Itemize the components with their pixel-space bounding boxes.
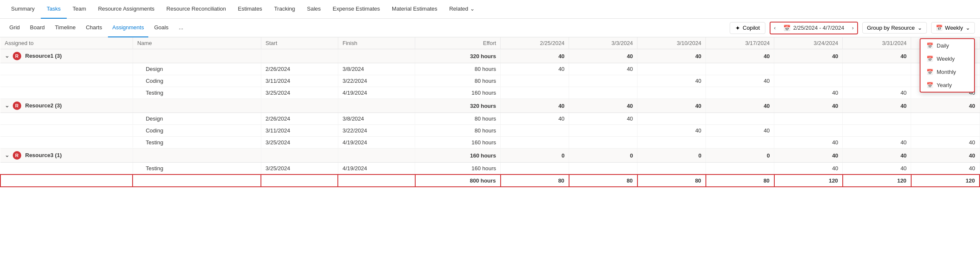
collapse-icon-1[interactable]: ⌄ [5,102,9,109]
sub-tab-charts[interactable]: Charts [82,19,106,37]
task-assigned-cell-1-2 [0,137,133,149]
task-weekly-2-0-2 [637,163,706,175]
task-finish-1-2: 4/19/2024 [338,137,415,149]
date-navigator: ‹ 📅 2/25/2024 - 4/7/2024 › [770,22,858,34]
task-weekly-0-2-3 [706,87,774,99]
chevron-down-icon: ⌄ [966,25,970,31]
task-weekly-1-1-6 [911,125,980,137]
task-assigned-cell-1-0 [0,113,133,125]
sub-tab-board[interactable]: Board [26,19,49,37]
resource-name-col-0 [133,49,261,63]
collapse-icon-0[interactable]: ⌄ [5,53,9,59]
task-effort-1-0: 80 hours [415,113,501,125]
chevron-down-icon: ⌄ [470,6,475,12]
summary-weekly-2: 80 [637,174,706,187]
task-weekly-1-2-0 [501,137,569,149]
task-start-0-0: 2/26/2024 [261,63,338,75]
sub-tab-assignments[interactable]: Assignments [108,19,148,37]
col-header-finish: Finish [338,37,415,49]
resource-effort-1: 320 hours [415,99,501,113]
calendar-monthly-icon: 📅 [926,69,933,75]
task-weekly-1-1-2: 40 [637,125,706,137]
resource-name-col-2 [133,149,261,163]
resource-group-row-2: ⌄ R Resource3 (1) 160 hours 0000404040 [0,149,980,163]
tab-resource-assignments[interactable]: Resource Assignments [92,0,161,19]
top-nav: Summary Tasks Team Resource Assignments … [0,0,980,19]
summary-weekly-0: 80 [501,174,569,187]
sub-tab-timeline[interactable]: Timeline [51,19,80,37]
table-header-row: Assigned to Name Start Finish Effort 2/2… [0,37,980,49]
calendar-small-icon: 📅 [936,25,943,31]
tab-tasks[interactable]: Tasks [41,0,67,19]
date-next-button[interactable]: › [848,22,857,33]
task-weekly-0-2-0 [501,87,569,99]
task-start-0-1: 3/11/2024 [261,75,338,87]
tab-tracking[interactable]: Tracking [268,0,301,19]
collapse-icon-2[interactable]: ⌄ [5,152,9,158]
task-weekly-1-0-4 [774,113,843,125]
resource-weekly-0-5: 40 [843,49,911,63]
chevron-down-icon: ⌄ [918,25,922,31]
resource-weekly-2-6: 40 [911,149,980,163]
resource-weekly-0-4: 40 [774,49,843,63]
resource-start-col-1 [261,99,338,113]
period-button[interactable]: 📅 Weekly ⌄ [931,22,975,34]
dropdown-item-monthly[interactable]: 📅 Monthly [921,65,974,79]
task-effort-1-1: 80 hours [415,125,501,137]
col-header-date-0: 2/25/2024 [501,37,569,49]
summary-name-cell [133,174,261,187]
task-finish-0-1: 3/22/2024 [338,75,415,87]
sub-tab-more[interactable]: ... [175,19,188,37]
task-finish-0-2: 4/19/2024 [338,87,415,99]
task-start-1-2: 3/25/2024 [261,137,338,149]
task-weekly-0-0-1: 40 [569,63,637,75]
summary-effort: 800 hours [415,174,501,187]
sub-nav-right: ✦ Copilot ‹ 📅 2/25/2024 - 4/7/2024 › Gro… [730,22,975,34]
tab-resource-reconciliation[interactable]: Resource Reconciliation [161,0,232,19]
sub-tab-grid[interactable]: Grid [5,19,24,37]
task-finish-0-0: 3/8/2024 [338,63,415,75]
resource-badge-0: R [13,52,21,60]
task-effort-1-2: 160 hours [415,137,501,149]
col-header-date-4: 3/24/2024 [774,37,843,49]
task-name-1-2: Testing [133,137,261,149]
calendar-weekly-icon: 📅 [926,56,933,62]
summary-weekly-5: 120 [843,174,911,187]
task-weekly-0-1-4 [774,75,843,87]
resource-weekly-2-4: 40 [774,149,843,163]
resource-effort-0: 320 hours [415,49,501,63]
task-weekly-1-2-4: 40 [774,137,843,149]
resource-badge-2: R [13,151,21,160]
task-weekly-0-0-5 [843,63,911,75]
dropdown-item-daily[interactable]: 📅 Daily [921,39,974,52]
task-assigned-cell-0-1 [0,75,133,87]
summary-assigned-cell [0,174,133,187]
group-by-button[interactable]: Group by Resource ⌄ [862,22,927,34]
tab-estimates[interactable]: Estimates [232,0,268,19]
task-assigned-cell-2-0 [0,163,133,175]
date-prev-button[interactable]: ‹ [770,22,779,33]
task-weekly-1-2-3 [706,137,774,149]
tab-summary[interactable]: Summary [5,0,41,19]
task-row-2-0: Testing 3/25/2024 4/19/2024 160 hours 40… [0,163,980,175]
dropdown-item-yearly[interactable]: 📅 Yearly [921,79,974,92]
sub-tab-goals[interactable]: Goals [150,19,173,37]
task-name-1-1: Coding [133,125,261,137]
tab-sales[interactable]: Sales [301,0,327,19]
tab-team[interactable]: Team [67,0,92,19]
resource-weekly-1-3: 40 [706,99,774,113]
tab-related[interactable]: Related ⌄ [443,0,481,19]
resource-group-cell-2: ⌄ R Resource3 (1) [0,149,133,163]
assignments-table: Assigned to Name Start Finish Effort 2/2… [0,37,980,187]
resource-weekly-1-6: 40 [911,99,980,113]
task-weekly-1-1-4 [774,125,843,137]
tab-expense-estimates[interactable]: Expense Estimates [327,0,386,19]
task-weekly-1-0-6 [911,113,980,125]
dropdown-item-weekly[interactable]: 📅 Weekly [921,52,974,65]
copilot-button[interactable]: ✦ Copilot [730,22,765,34]
period-dropdown: 📅 Daily 📅 Weekly 📅 Monthly 📅 Yearly [920,38,975,93]
task-weekly-0-2-4: 40 [774,87,843,99]
tab-material-estimates[interactable]: Material Estimates [386,0,443,19]
resource-group-row-0: ⌄ R Resource1 (3) 320 hours 404040404040… [0,49,980,63]
resource-weekly-1-1: 40 [569,99,637,113]
